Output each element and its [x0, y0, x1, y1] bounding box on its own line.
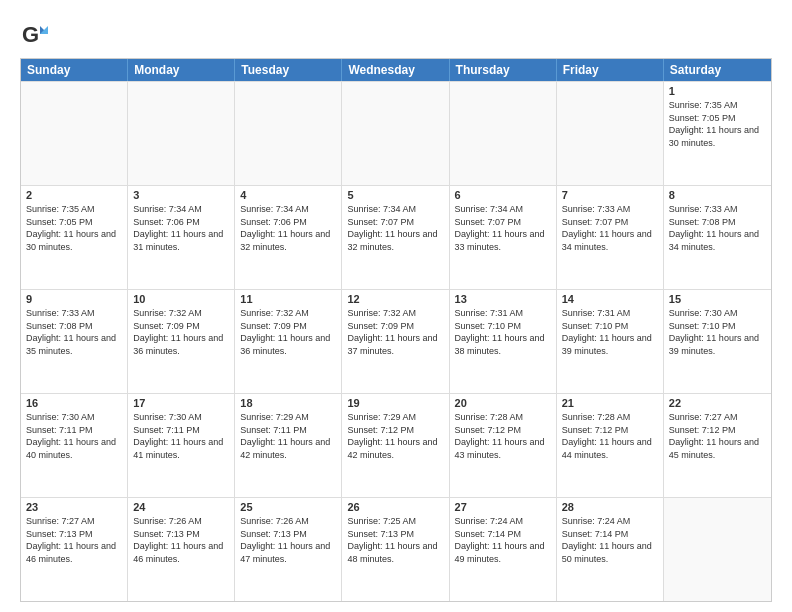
calendar-header-monday: Monday	[128, 59, 235, 81]
logo-icon: G	[20, 22, 48, 50]
day-info: Sunrise: 7:32 AM Sunset: 7:09 PM Dayligh…	[240, 307, 336, 357]
day-info: Sunrise: 7:35 AM Sunset: 7:05 PM Dayligh…	[669, 99, 766, 149]
table-row: 21Sunrise: 7:28 AM Sunset: 7:12 PM Dayli…	[557, 394, 664, 497]
table-row: 20Sunrise: 7:28 AM Sunset: 7:12 PM Dayli…	[450, 394, 557, 497]
table-row	[235, 82, 342, 185]
calendar-header-tuesday: Tuesday	[235, 59, 342, 81]
table-row: 8Sunrise: 7:33 AM Sunset: 7:08 PM Daylig…	[664, 186, 771, 289]
day-number: 19	[347, 397, 443, 409]
day-number: 7	[562, 189, 658, 201]
table-row: 5Sunrise: 7:34 AM Sunset: 7:07 PM Daylig…	[342, 186, 449, 289]
calendar-week-3: 9Sunrise: 7:33 AM Sunset: 7:08 PM Daylig…	[21, 289, 771, 393]
day-info: Sunrise: 7:31 AM Sunset: 7:10 PM Dayligh…	[455, 307, 551, 357]
table-row: 2Sunrise: 7:35 AM Sunset: 7:05 PM Daylig…	[21, 186, 128, 289]
table-row: 13Sunrise: 7:31 AM Sunset: 7:10 PM Dayli…	[450, 290, 557, 393]
day-info: Sunrise: 7:34 AM Sunset: 7:07 PM Dayligh…	[347, 203, 443, 253]
day-number: 17	[133, 397, 229, 409]
calendar-week-1: 1Sunrise: 7:35 AM Sunset: 7:05 PM Daylig…	[21, 81, 771, 185]
calendar-header-sunday: Sunday	[21, 59, 128, 81]
table-row: 24Sunrise: 7:26 AM Sunset: 7:13 PM Dayli…	[128, 498, 235, 601]
day-number: 21	[562, 397, 658, 409]
day-info: Sunrise: 7:34 AM Sunset: 7:06 PM Dayligh…	[240, 203, 336, 253]
calendar-header-thursday: Thursday	[450, 59, 557, 81]
day-number: 6	[455, 189, 551, 201]
day-number: 24	[133, 501, 229, 513]
table-row: 16Sunrise: 7:30 AM Sunset: 7:11 PM Dayli…	[21, 394, 128, 497]
day-number: 11	[240, 293, 336, 305]
table-row: 23Sunrise: 7:27 AM Sunset: 7:13 PM Dayli…	[21, 498, 128, 601]
calendar-week-4: 16Sunrise: 7:30 AM Sunset: 7:11 PM Dayli…	[21, 393, 771, 497]
day-number: 5	[347, 189, 443, 201]
day-number: 13	[455, 293, 551, 305]
day-info: Sunrise: 7:33 AM Sunset: 7:08 PM Dayligh…	[26, 307, 122, 357]
table-row: 18Sunrise: 7:29 AM Sunset: 7:11 PM Dayli…	[235, 394, 342, 497]
day-info: Sunrise: 7:35 AM Sunset: 7:05 PM Dayligh…	[26, 203, 122, 253]
calendar: SundayMondayTuesdayWednesdayThursdayFrid…	[20, 58, 772, 602]
calendar-body: 1Sunrise: 7:35 AM Sunset: 7:05 PM Daylig…	[21, 81, 771, 601]
day-info: Sunrise: 7:27 AM Sunset: 7:13 PM Dayligh…	[26, 515, 122, 565]
day-number: 4	[240, 189, 336, 201]
day-info: Sunrise: 7:33 AM Sunset: 7:08 PM Dayligh…	[669, 203, 766, 253]
table-row: 17Sunrise: 7:30 AM Sunset: 7:11 PM Dayli…	[128, 394, 235, 497]
day-info: Sunrise: 7:26 AM Sunset: 7:13 PM Dayligh…	[133, 515, 229, 565]
day-info: Sunrise: 7:33 AM Sunset: 7:07 PM Dayligh…	[562, 203, 658, 253]
day-info: Sunrise: 7:32 AM Sunset: 7:09 PM Dayligh…	[133, 307, 229, 357]
table-row: 19Sunrise: 7:29 AM Sunset: 7:12 PM Dayli…	[342, 394, 449, 497]
calendar-week-2: 2Sunrise: 7:35 AM Sunset: 7:05 PM Daylig…	[21, 185, 771, 289]
table-row: 1Sunrise: 7:35 AM Sunset: 7:05 PM Daylig…	[664, 82, 771, 185]
table-row	[21, 82, 128, 185]
day-number: 25	[240, 501, 336, 513]
day-number: 9	[26, 293, 122, 305]
day-info: Sunrise: 7:28 AM Sunset: 7:12 PM Dayligh…	[455, 411, 551, 461]
table-row: 6Sunrise: 7:34 AM Sunset: 7:07 PM Daylig…	[450, 186, 557, 289]
table-row: 22Sunrise: 7:27 AM Sunset: 7:12 PM Dayli…	[664, 394, 771, 497]
day-info: Sunrise: 7:25 AM Sunset: 7:13 PM Dayligh…	[347, 515, 443, 565]
day-number: 26	[347, 501, 443, 513]
page-header: G	[20, 18, 772, 50]
day-number: 18	[240, 397, 336, 409]
day-info: Sunrise: 7:30 AM Sunset: 7:11 PM Dayligh…	[26, 411, 122, 461]
table-row: 3Sunrise: 7:34 AM Sunset: 7:06 PM Daylig…	[128, 186, 235, 289]
logo: G	[20, 22, 52, 50]
table-row: 12Sunrise: 7:32 AM Sunset: 7:09 PM Dayli…	[342, 290, 449, 393]
day-number: 2	[26, 189, 122, 201]
table-row: 26Sunrise: 7:25 AM Sunset: 7:13 PM Dayli…	[342, 498, 449, 601]
day-info: Sunrise: 7:24 AM Sunset: 7:14 PM Dayligh…	[455, 515, 551, 565]
day-number: 14	[562, 293, 658, 305]
day-info: Sunrise: 7:30 AM Sunset: 7:10 PM Dayligh…	[669, 307, 766, 357]
day-info: Sunrise: 7:29 AM Sunset: 7:11 PM Dayligh…	[240, 411, 336, 461]
table-row	[128, 82, 235, 185]
calendar-header-row: SundayMondayTuesdayWednesdayThursdayFrid…	[21, 59, 771, 81]
table-row: 25Sunrise: 7:26 AM Sunset: 7:13 PM Dayli…	[235, 498, 342, 601]
day-info: Sunrise: 7:32 AM Sunset: 7:09 PM Dayligh…	[347, 307, 443, 357]
table-row	[664, 498, 771, 601]
table-row: 10Sunrise: 7:32 AM Sunset: 7:09 PM Dayli…	[128, 290, 235, 393]
day-number: 23	[26, 501, 122, 513]
day-info: Sunrise: 7:29 AM Sunset: 7:12 PM Dayligh…	[347, 411, 443, 461]
table-row	[557, 82, 664, 185]
day-info: Sunrise: 7:28 AM Sunset: 7:12 PM Dayligh…	[562, 411, 658, 461]
table-row	[342, 82, 449, 185]
calendar-header-saturday: Saturday	[664, 59, 771, 81]
table-row: 15Sunrise: 7:30 AM Sunset: 7:10 PM Dayli…	[664, 290, 771, 393]
day-number: 16	[26, 397, 122, 409]
calendar-week-5: 23Sunrise: 7:27 AM Sunset: 7:13 PM Dayli…	[21, 497, 771, 601]
day-info: Sunrise: 7:27 AM Sunset: 7:12 PM Dayligh…	[669, 411, 766, 461]
day-number: 15	[669, 293, 766, 305]
day-info: Sunrise: 7:31 AM Sunset: 7:10 PM Dayligh…	[562, 307, 658, 357]
day-info: Sunrise: 7:24 AM Sunset: 7:14 PM Dayligh…	[562, 515, 658, 565]
day-number: 10	[133, 293, 229, 305]
table-row: 7Sunrise: 7:33 AM Sunset: 7:07 PM Daylig…	[557, 186, 664, 289]
day-info: Sunrise: 7:34 AM Sunset: 7:06 PM Dayligh…	[133, 203, 229, 253]
table-row	[450, 82, 557, 185]
calendar-header-friday: Friday	[557, 59, 664, 81]
table-row: 27Sunrise: 7:24 AM Sunset: 7:14 PM Dayli…	[450, 498, 557, 601]
day-number: 1	[669, 85, 766, 97]
table-row: 11Sunrise: 7:32 AM Sunset: 7:09 PM Dayli…	[235, 290, 342, 393]
day-number: 8	[669, 189, 766, 201]
table-row: 14Sunrise: 7:31 AM Sunset: 7:10 PM Dayli…	[557, 290, 664, 393]
day-number: 27	[455, 501, 551, 513]
day-info: Sunrise: 7:30 AM Sunset: 7:11 PM Dayligh…	[133, 411, 229, 461]
table-row: 9Sunrise: 7:33 AM Sunset: 7:08 PM Daylig…	[21, 290, 128, 393]
calendar-header-wednesday: Wednesday	[342, 59, 449, 81]
